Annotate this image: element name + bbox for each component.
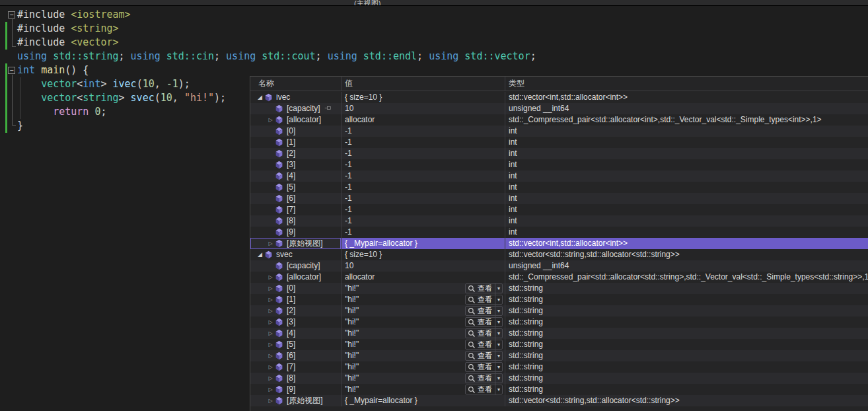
name-cell[interactable]: ▷[9] [250, 384, 342, 395]
name-cell[interactable]: ▷[原始视图] [250, 238, 342, 249]
viewer-button[interactable]: 查看▾ [465, 295, 503, 305]
expand-arrow[interactable]: ▷ [266, 328, 275, 339]
name-cell[interactable]: ▷[allocator] [250, 114, 342, 126]
viewer-button[interactable]: 查看▾ [465, 385, 503, 394]
value-cell[interactable]: "hi!"查看▾ [342, 373, 505, 384]
viewer-dropdown-caret[interactable]: ▾ [495, 350, 500, 361]
name-cell[interactable]: ▷[原始视图] [250, 395, 342, 406]
watch-row[interactable]: ▷[2]"hi!"查看▾std::string [250, 305, 868, 317]
viewer-dropdown-caret[interactable]: ▾ [495, 305, 500, 317]
watch-row[interactable]: [2]-1int [250, 148, 868, 159]
value-cell[interactable]: "hi!"查看▾ [342, 294, 505, 305]
column-header-type[interactable]: 类型 [505, 77, 868, 91]
value-cell[interactable]: allocator [342, 114, 505, 126]
name-cell[interactable]: [5] [250, 182, 342, 193]
value-cell[interactable]: -1 [342, 148, 505, 159]
name-cell[interactable]: [2] [250, 148, 342, 159]
column-header-name[interactable]: 名称 [250, 77, 342, 91]
viewer-dropdown-caret[interactable]: ▾ [495, 373, 500, 384]
value-cell[interactable]: -1 [342, 126, 505, 137]
expand-arrow[interactable]: ▷ [266, 272, 275, 283]
collapse-region-icon[interactable]: − [8, 11, 15, 19]
value-cell[interactable]: -1 [342, 215, 505, 227]
name-cell[interactable]: [0] [250, 126, 342, 137]
value-cell[interactable]: -1 [342, 159, 505, 170]
watch-row[interactable]: ▷[3]"hi!"查看▾std::string [250, 317, 868, 328]
viewer-button[interactable]: 查看▾ [465, 373, 503, 383]
watch-row[interactable]: ▷[1]"hi!"查看▾std::string [250, 294, 868, 305]
column-header-value[interactable]: 值 [342, 77, 505, 91]
expand-arrow[interactable]: ▷ [266, 305, 275, 317]
collapse-arrow[interactable]: ◢ [256, 92, 264, 103]
name-cell[interactable]: [3] [250, 159, 342, 170]
name-cell[interactable]: ▷[4] [250, 328, 342, 339]
expand-arrow[interactable]: ▷ [266, 317, 275, 328]
name-cell[interactable]: ▷[0] [250, 283, 342, 294]
viewer-dropdown-caret[interactable]: ▾ [495, 361, 500, 373]
code-line[interactable]: using std::string; using std::cin; using… [0, 50, 868, 63]
viewer-button[interactable]: 查看▾ [465, 362, 503, 372]
name-cell[interactable]: ▷[allocator] [250, 272, 342, 283]
name-cell[interactable]: [7] [250, 204, 342, 215]
value-cell[interactable]: allocator [342, 272, 505, 283]
viewer-dropdown-caret[interactable]: ▾ [495, 283, 500, 294]
value-cell[interactable]: -1 [342, 204, 505, 215]
watch-row[interactable]: [0]-1int [250, 126, 868, 137]
name-cell[interactable]: ◢svec [250, 249, 342, 260]
name-cell[interactable]: ▷[6] [250, 350, 342, 361]
name-cell[interactable]: [4] [250, 170, 342, 182]
name-cell[interactable]: ▷[7] [250, 361, 342, 373]
value-cell[interactable]: -1 [342, 170, 505, 182]
viewer-dropdown-caret[interactable]: ▾ [495, 317, 500, 328]
name-cell[interactable]: [8] [250, 215, 342, 227]
collapse-arrow[interactable]: ◢ [256, 249, 264, 260]
watch-row[interactable]: [3]-1int [250, 159, 868, 170]
value-cell[interactable]: "hi!"查看▾ [342, 339, 505, 350]
value-cell[interactable]: { _Mypair=allocator } [342, 395, 505, 406]
value-cell[interactable]: "hi!"查看▾ [342, 328, 505, 339]
expand-arrow[interactable]: ▷ [266, 283, 275, 294]
value-cell[interactable]: { size=10 } [342, 249, 505, 260]
value-cell[interactable]: { size=10 } [342, 92, 505, 103]
value-cell[interactable]: "hi!"查看▾ [342, 317, 505, 328]
watch-row[interactable]: [1]-1int [250, 137, 868, 148]
value-cell[interactable]: { _Mypair=allocator } [342, 238, 505, 249]
watch-row[interactable]: ▷[allocator]allocatorstd::_Compressed_pa… [250, 272, 868, 283]
expand-arrow[interactable]: ▷ [266, 114, 275, 126]
watch-row[interactable]: ▷[7]"hi!"查看▾std::string [250, 361, 868, 373]
watch-row[interactable]: ▷[4]"hi!"查看▾std::string [250, 328, 868, 339]
value-cell[interactable]: "hi!"查看▾ [342, 361, 505, 373]
pin-icon[interactable] [324, 105, 332, 112]
watch-row[interactable]: [capacity]10unsigned __int64 [250, 103, 868, 114]
name-cell[interactable]: ▷[3] [250, 317, 342, 328]
watch-row[interactable]: ▷[9]"hi!"查看▾std::string [250, 384, 868, 395]
name-cell[interactable]: [1] [250, 137, 342, 148]
value-cell[interactable]: "hi!"查看▾ [342, 384, 505, 395]
name-cell[interactable]: ▷[1] [250, 294, 342, 305]
expand-arrow[interactable]: ▷ [266, 361, 275, 373]
expand-arrow[interactable]: ▷ [266, 350, 275, 361]
watch-row[interactable]: ▷[6]"hi!"查看▾std::string [250, 350, 868, 361]
code-line[interactable]: #include <string> [0, 22, 868, 36]
value-cell[interactable]: -1 [342, 137, 505, 148]
value-cell[interactable]: "hi!"查看▾ [342, 305, 505, 317]
value-cell[interactable]: 10 [342, 103, 505, 114]
name-cell[interactable]: [6] [250, 193, 342, 204]
watch-row[interactable]: [6]-1int [250, 193, 868, 204]
expand-arrow[interactable]: ▷ [266, 395, 275, 406]
name-cell[interactable]: ▷[2] [250, 305, 342, 317]
watch-row[interactable]: [5]-1int [250, 182, 868, 193]
value-cell[interactable]: "hi!"查看▾ [342, 350, 505, 361]
watch-row[interactable]: ▷[8]"hi!"查看▾std::string [250, 373, 868, 384]
watch-row[interactable]: [4]-1int [250, 170, 868, 182]
viewer-dropdown-caret[interactable]: ▾ [495, 384, 500, 395]
name-cell[interactable]: ▷[5] [250, 339, 342, 350]
code-line[interactable]: −int main() { [0, 63, 868, 77]
name-cell[interactable]: ▷[8] [250, 373, 342, 384]
watch-row[interactable]: ▷[0]"hi!"查看▾std::string [250, 283, 868, 294]
viewer-dropdown-caret[interactable]: ▾ [495, 339, 500, 350]
viewer-dropdown-caret[interactable]: ▾ [495, 294, 500, 305]
expand-arrow[interactable]: ▷ [266, 384, 275, 395]
expand-arrow[interactable]: ▷ [266, 294, 275, 305]
collapse-region-icon[interactable]: − [8, 67, 15, 74]
